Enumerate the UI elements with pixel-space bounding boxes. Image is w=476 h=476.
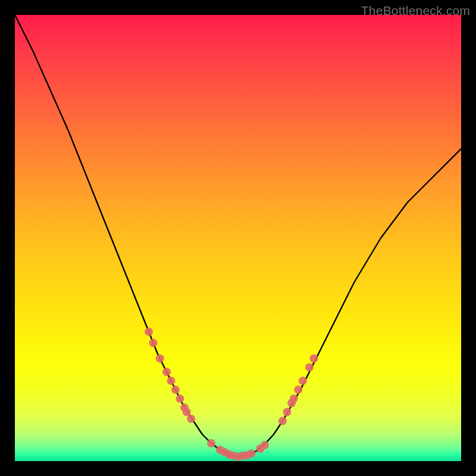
data-point	[145, 328, 153, 336]
data-point	[278, 417, 287, 425]
data-point	[167, 377, 176, 385]
data-point	[171, 386, 180, 394]
bottleneck-curve	[15, 15, 461, 457]
data-point	[207, 439, 215, 447]
data-point	[176, 394, 184, 403]
data-point	[290, 394, 298, 403]
data-point	[162, 368, 171, 376]
data-point	[187, 415, 195, 423]
curve-svg	[15, 15, 461, 461]
watermark-text: TheBottleneck.com	[361, 4, 470, 18]
data-point	[283, 408, 292, 416]
data-point	[305, 364, 314, 372]
chart-container: TheBottleneck.com	[0, 0, 476, 476]
data-point	[149, 339, 158, 347]
data-point	[156, 355, 164, 363]
data-point	[299, 377, 307, 385]
data-point	[310, 355, 318, 363]
plot-area	[15, 15, 461, 461]
data-point	[261, 441, 269, 449]
data-point	[248, 449, 256, 458]
data-point	[294, 386, 302, 394]
